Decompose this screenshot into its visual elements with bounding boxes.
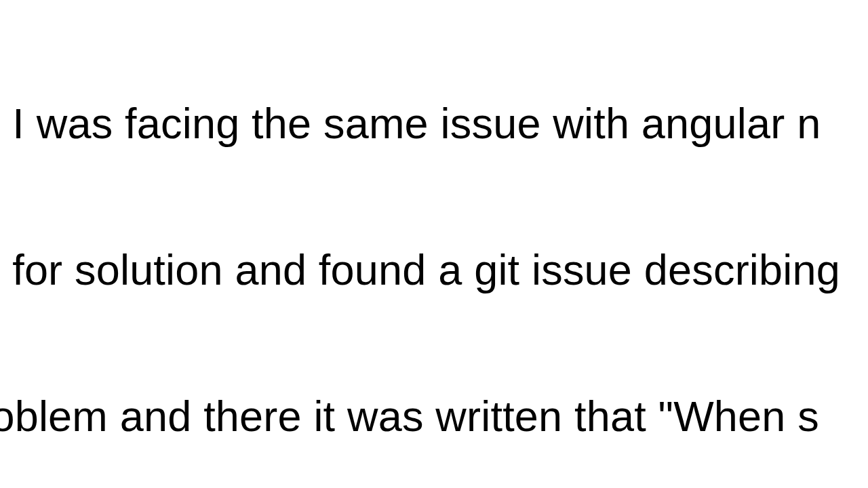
document-viewport: 2: I was facing the same issue with angu…	[0, 0, 868, 488]
answer-text-block: 2: I was facing the same issue with angu…	[0, 1, 846, 488]
text-line: problem and there it was written that "W…	[0, 392, 846, 441]
text-line: ed for solution and found a git issue de…	[0, 245, 846, 294]
text-line: 2: I was facing the same issue with angu…	[0, 99, 846, 148]
